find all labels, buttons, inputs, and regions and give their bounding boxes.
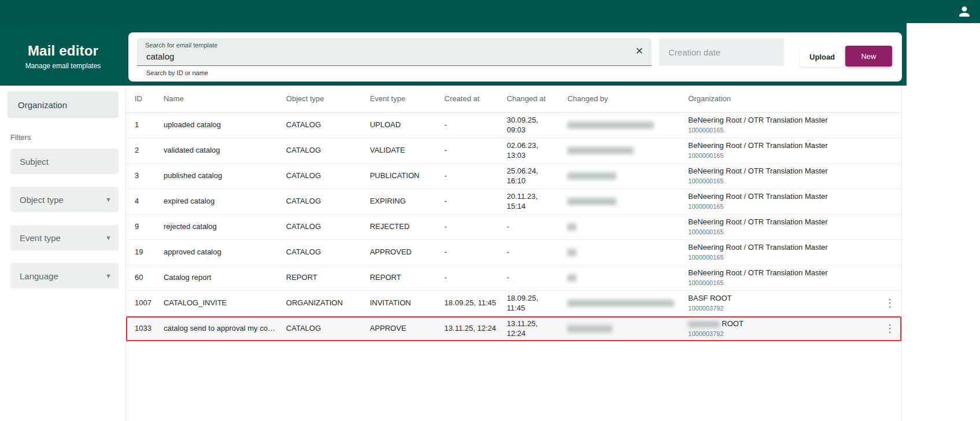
cell-object-type: CATALOG xyxy=(286,120,370,130)
clear-search-icon[interactable]: ✕ xyxy=(635,45,644,58)
search-input[interactable] xyxy=(145,50,625,62)
upload-button[interactable]: Upload xyxy=(800,46,844,67)
cell-organization: BeNeering Root / OTR Translation Master1… xyxy=(688,167,878,185)
filters-heading: Filters xyxy=(10,133,125,142)
redacted-changed-by xyxy=(567,223,576,231)
cell-changed-by xyxy=(567,121,688,129)
cell-object-type: CATALOG xyxy=(286,171,370,181)
cell-event-type: APPROVE xyxy=(370,324,445,334)
table-header-row: ID Name Object type Event type Created a… xyxy=(126,86,901,113)
filter-subject-label: Subject xyxy=(20,157,49,167)
toolbar: Search for email template ✕ Search by ID… xyxy=(128,32,902,82)
cell-object-type: CATALOG xyxy=(286,324,370,334)
user-account-icon[interactable] xyxy=(958,5,971,18)
column-header-name: Name xyxy=(164,94,286,104)
redacted-changed-by xyxy=(567,249,576,256)
column-header-changed-by: Changed by xyxy=(567,94,688,104)
cell-event-type: EXPIRING xyxy=(370,197,445,206)
organization-id: 1000000165 xyxy=(688,202,878,211)
cell-changed-by xyxy=(567,274,688,282)
organization-name: BeNeering Root / OTR Translation Master xyxy=(688,192,878,202)
filter-event-type-label: Event type xyxy=(20,233,61,243)
cell-object-type: REPORT xyxy=(286,273,370,283)
search-field[interactable]: Search for email template ✕ xyxy=(137,38,652,66)
sidebar-item-organization[interactable]: Organization xyxy=(8,91,119,118)
cell-created-at: - xyxy=(445,120,507,130)
row-menu-button[interactable]: ⋮ xyxy=(881,323,898,334)
cell-created-at: 18.09.25, 11:45 xyxy=(445,298,507,308)
cell-changed-at: 25.06.24, 16:10 xyxy=(507,167,568,186)
cell-name: rejected catalog xyxy=(164,222,286,232)
cell-changed-at: 30.09.25, 09:03 xyxy=(507,116,568,135)
cell-id: 1007 xyxy=(126,298,164,308)
cell-event-type: VALIDATE xyxy=(370,146,445,156)
cell-object-type: CATALOG xyxy=(286,197,370,206)
filter-event-type[interactable]: Event type ▼ xyxy=(10,225,119,250)
table-row[interactable]: 4expired catalogCATALOGEXPIRING-20.11.23… xyxy=(126,189,901,215)
filter-object-type[interactable]: Object type ▼ xyxy=(10,187,119,212)
table-row[interactable]: 19approved catalogCATALOGAPPROVED--BeNee… xyxy=(126,240,901,265)
templates-table: ID Name Object type Event type Created a… xyxy=(126,86,902,421)
cell-created-at: - xyxy=(445,248,507,257)
cell-changed-by xyxy=(567,223,688,231)
redacted-changed-by xyxy=(567,274,576,282)
cell-event-type: INVITATION xyxy=(370,298,445,308)
column-header-event-type: Event type xyxy=(370,94,445,104)
cell-changed-by xyxy=(567,249,688,256)
organization-id: 1000000165 xyxy=(688,253,878,261)
cell-actions: ⋮ xyxy=(878,323,901,335)
table-row[interactable]: 1033catalog send to approval my co…CATAL… xyxy=(126,316,901,342)
cell-id: 60 xyxy=(126,273,164,283)
cell-event-type: REJECTED xyxy=(370,222,445,232)
creation-date-input[interactable] xyxy=(659,38,784,66)
table-row[interactable]: 9rejected catalogCATALOGREJECTED--BeNeer… xyxy=(126,215,901,240)
cell-changed-by xyxy=(567,198,688,205)
table-row[interactable]: 60Catalog reportREPORTREPORT--BeNeering … xyxy=(126,265,901,291)
filter-language[interactable]: Language ▼ xyxy=(10,263,119,289)
filter-object-type-label: Object type xyxy=(20,195,64,205)
cell-id: 1 xyxy=(126,120,164,130)
cell-event-type: UPLOAD xyxy=(370,120,445,130)
organization-name: BeNeering Root / OTR Translation Master xyxy=(688,243,878,253)
cell-name: CATALOG_INVITE xyxy=(164,298,286,308)
row-menu-button[interactable]: ⋮ xyxy=(881,297,898,309)
cell-id: 19 xyxy=(126,248,164,257)
redacted-changed-by xyxy=(567,147,634,154)
table-body: 1uploaded catalogCATALOGUPLOAD-30.09.25,… xyxy=(126,113,901,342)
creation-date-field[interactable] xyxy=(659,38,784,66)
cell-created-at: - xyxy=(445,222,507,232)
cell-name: published catalog xyxy=(164,171,286,181)
table-row[interactable]: 1007CATALOG_INVITEORGANIZATIONINVITATION… xyxy=(126,291,901,316)
cell-changed-at: - xyxy=(507,248,568,257)
cell-id: 3 xyxy=(126,171,164,181)
person-icon xyxy=(958,5,971,18)
cell-created-at: - xyxy=(445,197,507,206)
cell-name: catalog send to approval my co… xyxy=(164,324,286,334)
cell-id: 9 xyxy=(126,222,164,232)
redacted-changed-by xyxy=(567,198,616,205)
table-row[interactable]: 1uploaded catalogCATALOGUPLOAD-30.09.25,… xyxy=(126,113,901,138)
redacted-changed-by xyxy=(567,172,616,180)
cell-actions: ⋮ xyxy=(878,298,901,309)
table-row[interactable]: 2validated catalogCATALOGVALIDATE-02.06.… xyxy=(126,138,901,164)
organization-name: BeNeering Root / OTR Translation Master xyxy=(688,116,878,125)
cell-name: expired catalog xyxy=(164,197,286,206)
cell-created-at: - xyxy=(445,146,507,156)
cell-object-type: CATALOG xyxy=(286,222,370,232)
cell-name: validated catalog xyxy=(164,146,286,156)
cell-object-type: ORGANIZATION xyxy=(286,298,370,308)
table-row[interactable]: 3published catalogCATALOGPUBLICATION-25.… xyxy=(126,164,901,189)
chevron-down-icon: ▼ xyxy=(105,196,112,203)
cell-organization: BASF ROOT1000003792 xyxy=(688,294,878,312)
cell-changed-at: 13.11.25, 12:24 xyxy=(507,319,568,339)
filter-subject[interactable]: Subject xyxy=(10,149,119,174)
organization-name: BASF ROOT xyxy=(688,294,878,304)
redacted-org-prefix xyxy=(688,321,720,328)
new-button[interactable]: New xyxy=(845,46,892,67)
organization-name: BeNeering Root / OTR Translation Master xyxy=(688,268,878,278)
cell-created-at: - xyxy=(445,273,507,283)
cell-name: uploaded catalog xyxy=(164,120,286,130)
redacted-changed-by xyxy=(567,121,654,129)
cell-organization: BeNeering Root / OTR Translation Master1… xyxy=(688,116,878,134)
column-header-created-at: Created at xyxy=(445,94,507,104)
